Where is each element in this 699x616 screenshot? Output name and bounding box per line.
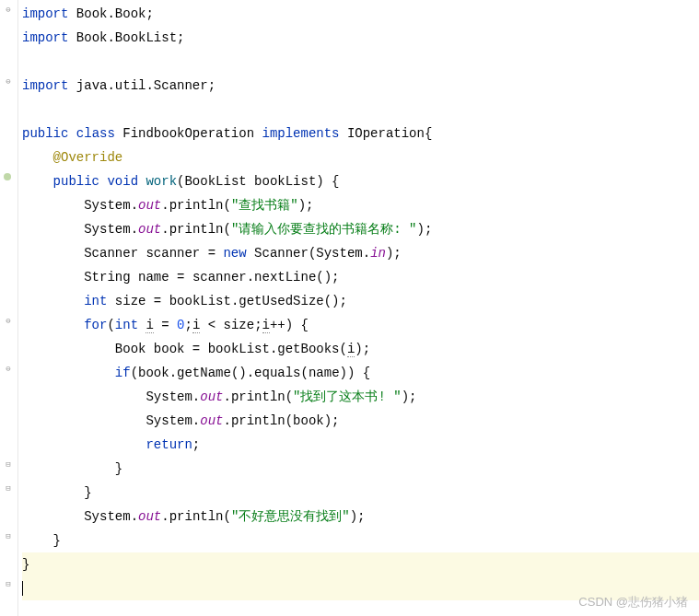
keyword-if: if xyxy=(115,366,131,380)
string-literal: "不好意思没有找到" xyxy=(231,509,350,524)
keyword-new: new xyxy=(223,246,246,261)
code-line[interactable]: if(book.getName().equals(name)) { xyxy=(22,361,699,385)
keyword-void: void xyxy=(107,174,138,189)
code-line[interactable]: System.out.println("请输入你要查找的书籍名称: "); xyxy=(22,217,699,241)
code-line[interactable]: System.out.println(book); xyxy=(22,409,699,433)
code-line[interactable]: } xyxy=(22,529,699,552)
keyword-class: class xyxy=(76,126,115,141)
field-out: out xyxy=(200,389,223,404)
fold-marker-icon[interactable]: ⊖ xyxy=(4,5,13,14)
code-line[interactable]: System.out.println("不好意思没有找到"); xyxy=(22,505,699,529)
code-line[interactable]: } xyxy=(22,457,699,481)
fold-marker-icon[interactable]: ⊖ xyxy=(4,76,13,86)
code-line[interactable]: String name = scanner.nextLine(); xyxy=(22,265,699,289)
keyword-public: public xyxy=(22,126,68,141)
code-line[interactable]: for(int i = 0;i < size;i++) { xyxy=(22,313,699,337)
code-line[interactable]: System.out.println("查找书籍"); xyxy=(22,193,699,217)
field-out: out xyxy=(138,222,161,237)
field-out: out xyxy=(138,198,161,213)
gutter: ⊖ ⊖ ⊖ ⊖ ⊖ ⊟ ⊟ ⊟ ⊟ xyxy=(0,0,18,616)
code-line[interactable]: import Book.Book; xyxy=(22,2,699,26)
code-line[interactable]: import java.util.Scanner; xyxy=(22,74,699,98)
code-line[interactable]: @Override xyxy=(22,145,699,169)
keyword-import: import xyxy=(22,6,68,21)
keyword-int: int xyxy=(115,318,138,332)
param-type: BookList xyxy=(184,174,246,189)
code-line[interactable]: } xyxy=(22,481,699,505)
class-name: FindbookOperation xyxy=(122,126,254,141)
watermark: CSDN @悲伤猪小猪 xyxy=(578,594,688,610)
fold-close-icon[interactable]: ⊟ xyxy=(4,531,13,540)
fold-close-icon[interactable]: ⊟ xyxy=(4,579,13,588)
code-line[interactable]: Scanner scanner = new Scanner(System.in)… xyxy=(22,241,699,265)
code-line[interactable]: public void work(BookList bookList) { xyxy=(22,169,699,193)
string-literal: "查找书籍" xyxy=(231,198,298,213)
keyword-import: import xyxy=(22,30,68,45)
param-name: bookList xyxy=(254,174,316,189)
code-editor[interactable]: ⊖ ⊖ ⊖ ⊖ ⊖ ⊟ ⊟ ⊟ ⊟ import Book.Book; impo… xyxy=(0,0,699,616)
code-line[interactable]: int size = bookList.getUsedSize(); xyxy=(22,289,699,313)
method-name: work xyxy=(146,174,177,189)
import-path: Book.BookList xyxy=(76,30,177,45)
keyword-int: int xyxy=(84,294,107,308)
code-area[interactable]: import Book.Book; import Book.BookList; … xyxy=(18,0,699,616)
keyword-return: return xyxy=(146,437,192,452)
fold-close-icon[interactable]: ⊟ xyxy=(4,459,13,469)
code-line[interactable]: public class FindbookOperation implement… xyxy=(22,122,699,145)
fold-close-icon[interactable]: ⊟ xyxy=(4,483,13,493)
field-out: out xyxy=(200,413,223,428)
keyword-implements: implements xyxy=(262,126,339,141)
interface-name: IOperation xyxy=(347,126,425,141)
string-literal: "找到了这本书! " xyxy=(293,389,402,404)
code-line[interactable]: Book book = bookList.getBooks(i); xyxy=(22,337,699,361)
fold-marker-icon[interactable]: ⊖ xyxy=(4,364,13,373)
import-path: java.util.Scanner xyxy=(76,78,208,93)
field-in: in xyxy=(370,246,386,261)
fold-marker-icon[interactable]: ⊖ xyxy=(4,316,13,325)
code-line[interactable] xyxy=(22,50,699,74)
string-literal: "请输入你要查找的书籍名称: " xyxy=(231,222,417,237)
code-line[interactable] xyxy=(22,98,699,122)
import-path: Book.Book xyxy=(76,6,146,21)
keyword-for: for xyxy=(84,318,107,332)
implements-marker-icon[interactable] xyxy=(3,172,12,181)
code-line[interactable]: } xyxy=(22,552,699,576)
number-literal: 0 xyxy=(177,318,184,332)
keyword-import: import xyxy=(22,78,68,93)
keyword-public: public xyxy=(53,174,99,189)
code-line[interactable]: System.out.println("找到了这本书! "); xyxy=(22,385,699,409)
code-line[interactable]: import Book.BookList; xyxy=(22,26,699,50)
field-out: out xyxy=(138,509,161,524)
code-line[interactable]: return; xyxy=(22,433,699,457)
annotation-override: @Override xyxy=(53,150,123,165)
